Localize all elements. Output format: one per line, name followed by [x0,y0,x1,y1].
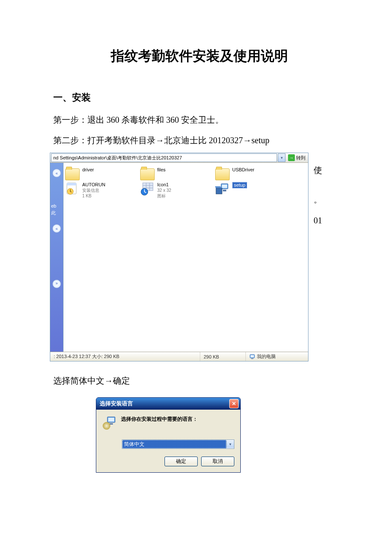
folder-item-usbdriver[interactable]: USBDriver [215,167,278,180]
svg-rect-15 [251,358,253,359]
file-item-setup[interactable]: setup [215,182,278,199]
address-bar: nd Settings\Administrator\桌面\考勤软件\北京迪士比2… [50,153,308,163]
item-sub1: 32 x 32 [157,188,171,193]
go-button[interactable]: → 转到 [285,153,308,162]
chevron-down-icon[interactable]: ▼ [226,440,234,448]
edge-text: 使 [314,162,322,179]
doc-title: 指纹考勤软件安装及使用说明 [53,47,345,66]
dialog-message: 选择你在安装过程中需要的语言： [121,416,198,423]
side-text-fragment: 此 [51,210,56,216]
item-sub1: 安装信息 [82,188,105,193]
edge-text: 01 [314,212,322,229]
dialog-title-text: 选择安装语言 [100,400,133,408]
language-selected-value: 简体中文 [122,440,226,448]
svg-rect-12 [216,188,222,194]
close-button[interactable]: ✕ [229,399,239,408]
status-size: 290 KB [200,352,246,361]
installer-icon [102,416,117,430]
item-label: Icon1 [157,182,171,188]
section-1-heading: 一、安装 [53,91,345,104]
explorer-side-pane: « « « eb 此 [50,163,63,352]
file-item-autorun[interactable]: AUTORUN 安装信息 1 KB [65,182,128,199]
step-3-text: 选择简体中文→确定 [53,373,345,389]
installer-icon [215,182,230,196]
item-label-selected: setup [232,182,247,188]
dialog-title-bar: 选择安装语言 ✕ [96,398,240,410]
go-arrow-icon: → [288,154,295,161]
svg-rect-14 [251,355,254,357]
side-text-fragment: eb [51,203,56,209]
right-edge-fragments: 使 。 01 [314,162,322,229]
explorer-status-bar: : 2013-4-23 12:37 大小: 290 KB 290 KB 我的电脑 [50,352,308,361]
status-left: : 2013-4-23 12:37 大小: 290 KB [50,352,200,361]
folder-item-driver[interactable]: driver [65,167,128,180]
explorer-content: driver files USBDriver [63,163,308,352]
svg-rect-10 [222,185,227,188]
item-label: driver [82,167,94,173]
item-label: USBDriver [232,167,254,173]
explorer-window: nd Settings\Administrator\桌面\考勤软件\北京迪士比2… [50,153,308,361]
chevron-up-icon[interactable]: « [52,224,61,233]
my-computer-icon [249,354,255,360]
cancel-button[interactable]: 取消 [201,457,234,466]
folder-icon [140,168,155,180]
svg-rect-1 [67,183,76,185]
language-combobox[interactable]: 简体中文 ▼ [122,439,234,449]
go-button-label: 转到 [296,155,306,161]
svg-rect-17 [108,418,114,422]
item-label: AUTORUN [82,182,105,188]
svg-rect-11 [223,190,226,191]
chevron-up-icon[interactable]: « [52,169,61,177]
address-path-input[interactable]: nd Settings\Administrator\桌面\考勤软件\北京迪士比2… [51,153,277,162]
chevron-down-icon[interactable]: « [52,280,61,288]
status-location: 我的电脑 [246,352,308,361]
address-dropdown-button[interactable]: ▾ [278,153,285,162]
inf-file-icon [65,182,80,196]
file-item-icon1[interactable]: Icon1 32 x 32 图标 [140,182,203,199]
edge-text: 。 [314,191,322,208]
close-icon: ✕ [232,401,236,407]
folder-item-files[interactable]: files [140,167,203,180]
language-select-dialog: 选择安装语言 ✕ 选择你在安装过程中需要的语言： [96,397,241,473]
item-label: files [157,167,166,173]
ico-file-icon [140,182,155,196]
svg-point-19 [103,422,110,430]
step-1-text: 第一步：退出 360 杀毒软件和 360 安全卫士。 [53,112,345,128]
item-sub2: 图标 [157,193,171,199]
step-2-text: 第二步：打开考勤软件目录→北京迪士比 20120327→setup [53,132,345,148]
ok-button[interactable]: 确定 [164,457,198,466]
status-location-label: 我的电脑 [257,353,276,360]
item-sub2: 1 KB [82,193,105,199]
folder-icon [65,168,80,180]
folder-icon [215,168,230,180]
